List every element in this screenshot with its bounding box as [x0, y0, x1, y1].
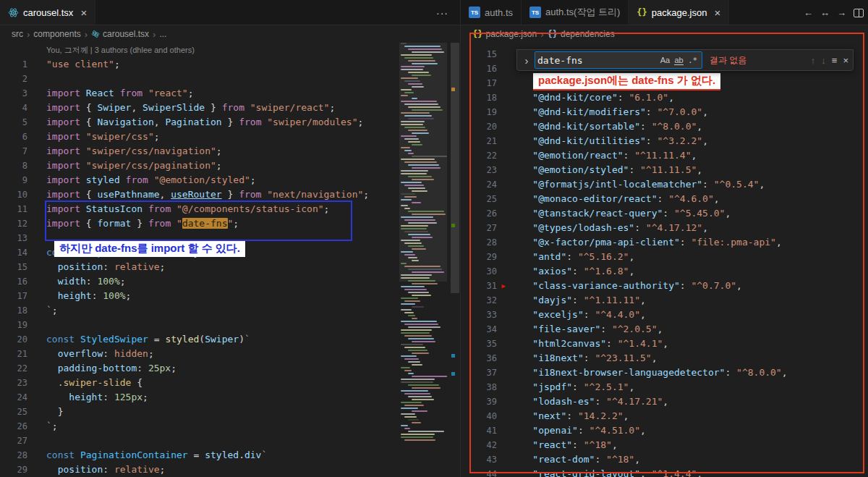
code-line[interactable]: 29 "antd": "^5.16.2",: [461, 250, 868, 264]
code-line[interactable]: 7import "swiper/css/navigation";: [0, 144, 460, 159]
code-line[interactable]: 18 "@dnd-kit/core": "6.1.0",: [461, 90, 868, 105]
code-line[interactable]: 25 "@monaco-editor/react": "^4.6.0",: [461, 192, 868, 206]
code-line[interactable]: 5import { Navigation, Pagination } from …: [0, 115, 460, 130]
more-actions-icon[interactable]: ···: [436, 0, 448, 25]
code-line[interactable]: 32 "dayjs": "^1.11.11",: [461, 293, 868, 308]
prev-change-icon[interactable]: ←: [804, 7, 813, 18]
breadcrumb-item-src[interactable]: src: [12, 29, 23, 39]
line-number: 27: [461, 221, 497, 235]
line-number: 43: [461, 452, 497, 467]
minimap[interactable]: [399, 43, 447, 477]
left-scrollbar[interactable]: [450, 43, 460, 477]
tab-package-json[interactable]: {} package.json ×: [629, 0, 729, 25]
line-number: 32: [461, 293, 497, 308]
code-line[interactable]: 31▶ "class-variance-authority": "^0.7.0"…: [461, 279, 868, 293]
open-changes-icon[interactable]: ↔: [820, 7, 830, 18]
line-number: 20: [0, 332, 27, 347]
code-line[interactable]: 25 }: [0, 405, 460, 419]
code-line[interactable]: 42 "react": "^18",: [461, 438, 868, 452]
code-line[interactable]: 27 "@types/lodash-es": "^4.17.12",: [461, 221, 868, 235]
match-case-icon[interactable]: Aa: [658, 54, 672, 67]
code-line[interactable]: 23 .swiper-slide {: [0, 376, 460, 390]
code-line[interactable]: 35 "html2canvas": "^1.4.1",: [461, 337, 868, 351]
breadcrumb-item-symbol[interactable]: ...: [159, 29, 166, 39]
code-line[interactable]: 28 "@x-factor/pma-api-client": "file:.pm…: [461, 235, 868, 250]
code-line[interactable]: 37 "i18next-browser-languagedetector": "…: [461, 366, 868, 380]
find-in-selection-icon[interactable]: ≡: [832, 55, 838, 66]
code-line[interactable]: 36 "i18next": "^23.11.5",: [461, 351, 868, 366]
close-icon[interactable]: ×: [714, 7, 720, 18]
scrollbar-slider[interactable]: [451, 43, 459, 293]
code-line[interactable]: 15 position: relative;: [0, 260, 460, 274]
code-line[interactable]: 20const StyledSwiper = styled(Swiper)`: [0, 332, 460, 347]
regex-icon[interactable]: .*: [686, 54, 699, 67]
breadcrumb-item-file[interactable]: carousel.tsx: [91, 29, 149, 39]
code-line[interactable]: 28const PaginationContainer = styled.div…: [0, 448, 460, 463]
next-match-icon[interactable]: ↓: [821, 55, 826, 66]
line-number: 28: [461, 235, 497, 250]
tab-carousel-tsx[interactable]: carousel.tsx ×: [0, 0, 95, 25]
line-number: 18: [0, 303, 27, 318]
code-line[interactable]: 18`;: [0, 303, 460, 318]
line-number: 20: [461, 119, 497, 134]
code-line[interactable]: 24 height: 125px;: [0, 390, 460, 405]
line-number: 6: [0, 130, 27, 144]
code-line[interactable]: 41 "openai": "^4.51.0",: [461, 423, 868, 438]
line-number: 26: [0, 419, 27, 434]
code-line[interactable]: 40 "next": "14.2.2",: [461, 409, 868, 423]
code-line[interactable]: 20 "@dnd-kit/sortable": "^8.0.0",: [461, 119, 868, 134]
next-change-icon[interactable]: →: [837, 7, 846, 18]
code-line[interactable]: 39 "lodash-es": "^4.17.21",: [461, 394, 868, 409]
line-number: 16: [461, 62, 497, 76]
tab-auth-ts[interactable]: TS auth.ts: [461, 0, 522, 25]
code-line[interactable]: 3import React from "react";: [0, 86, 460, 101]
codelens-blame[interactable]: You, 그저께 | 3 authors (dhlee and others): [0, 43, 460, 57]
code-line[interactable]: 6import "swiper/css";: [0, 130, 460, 144]
code-line[interactable]: 4import { Swiper, SwiperSlide } from "sw…: [0, 101, 460, 115]
breadcrumb-item-components[interactable]: components: [33, 29, 80, 39]
code-line[interactable]: 22 padding-bottom: 25px;: [0, 361, 460, 376]
code-line[interactable]: 9import styled from "@emotion/styled";: [0, 173, 460, 187]
line-number: 2: [0, 72, 27, 86]
previous-match-icon[interactable]: ↑: [811, 55, 816, 66]
code-line[interactable]: 26 "@tanstack/react-query": "^5.45.0",: [461, 206, 868, 221]
code-line[interactable]: 24 "@formatjs/intl-localematcher": "^0.5…: [461, 177, 868, 192]
code-line[interactable]: 38 "jspdf": "^2.5.1",: [461, 380, 868, 394]
code-line[interactable]: 8import "swiper/css/pagination";: [0, 159, 460, 173]
toggle-replace-icon[interactable]: ›: [522, 54, 532, 67]
code-line[interactable]: 34 "file-saver": "^2.0.5",: [461, 322, 868, 337]
line-number: 29: [461, 250, 497, 264]
code-line[interactable]: 12import { format } from "date-fns";: [0, 216, 460, 231]
code-line[interactable]: 2: [0, 72, 460, 86]
code-line[interactable]: 44 "react-grid-layout": "^1.4.4",: [461, 467, 868, 477]
close-icon[interactable]: ×: [80, 7, 87, 18]
line-number: 38: [461, 380, 497, 394]
code-line[interactable]: 33 "exceljs": "^4.4.0",: [461, 308, 868, 322]
code-line[interactable]: 19: [0, 318, 460, 332]
breadcrumb-separator: ›: [153, 29, 156, 40]
code-line[interactable]: 26`;: [0, 419, 460, 434]
line-number: 41: [461, 423, 497, 438]
close-find-icon[interactable]: ×: [843, 55, 848, 66]
code-line[interactable]: 21 "@dnd-kit/utilities": "^3.2.2",: [461, 134, 868, 148]
code-line[interactable]: 10import { usePathname, useRouter } from…: [0, 187, 460, 202]
split-editor-icon[interactable]: [854, 9, 864, 17]
code-line[interactable]: 11import StatusIcon from "@/components/s…: [0, 202, 460, 216]
code-line[interactable]: 29 position: relative;: [0, 463, 460, 477]
breadcrumb-item-dependencies[interactable]: {} dependencies: [548, 29, 615, 39]
breadcrumb-item-package-json[interactable]: {} package.json: [472, 29, 537, 39]
code-line[interactable]: 21 overflow: hidden;: [0, 347, 460, 361]
code-line[interactable]: 17 height: 100%;: [0, 289, 460, 303]
code-line[interactable]: 30 "axios": "^1.6.8",: [461, 264, 868, 279]
find-input[interactable]: [537, 55, 658, 66]
line-number: 9: [0, 173, 27, 187]
code-line[interactable]: 19 "@dnd-kit/modifiers": "^7.0.0",: [461, 105, 868, 119]
code-line[interactable]: 43 "react-dom": "^18",: [461, 452, 868, 467]
code-line[interactable]: 22 "@emotion/react": "^11.11.4",: [461, 148, 868, 163]
code-line[interactable]: 1"use client";: [0, 57, 460, 72]
whole-word-icon[interactable]: ab: [672, 54, 686, 67]
code-line[interactable]: 27: [0, 434, 460, 448]
code-line[interactable]: 23 "@emotion/styled": "^11.11.5",: [461, 163, 868, 177]
tab-auth-ts-working-tree[interactable]: TS auth.ts(작업 트리): [522, 0, 629, 25]
code-line[interactable]: 16 width: 100%;: [0, 274, 460, 289]
